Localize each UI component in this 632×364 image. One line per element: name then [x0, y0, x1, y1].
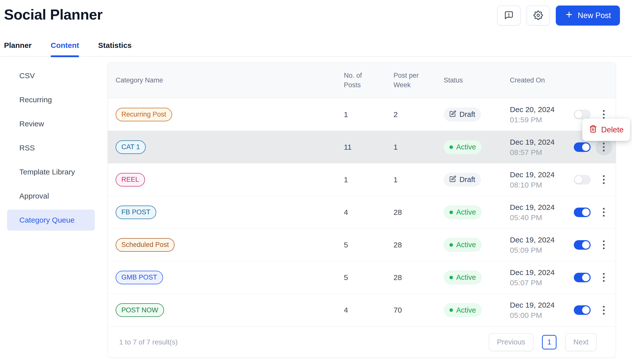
tab-content[interactable]: Content: [51, 41, 79, 56]
created-on-cell: Dec 19, 2024 05:40 PM: [501, 202, 565, 223]
status-badge: Active: [444, 303, 482, 317]
created-date: Dec 20, 2024: [510, 104, 565, 115]
status-badge: Active: [444, 140, 482, 154]
created-date: Dec 19, 2024: [510, 267, 565, 278]
created-date: Dec 19, 2024: [510, 300, 565, 310]
previous-page-button[interactable]: Previous: [489, 333, 534, 351]
created-time: 01:59 PM: [510, 115, 565, 125]
created-time: 05:40 PM: [510, 212, 565, 223]
posts-count: 4: [335, 306, 384, 314]
created-on-cell: Dec 19, 2024 05:07 PM: [501, 267, 565, 288]
active-dot-icon: [449, 276, 453, 279]
posts-count: 1: [335, 175, 384, 184]
posts-per-week: 1: [384, 143, 435, 151]
column-post-per-week: Post per Week: [384, 71, 435, 90]
created-date: Dec 19, 2024: [510, 235, 565, 245]
column-created-on: Created On: [501, 75, 565, 85]
feedback-button[interactable]: [497, 6, 521, 26]
settings-button[interactable]: [526, 6, 550, 26]
active-dot-icon: [449, 145, 453, 149]
active-dot-icon: [449, 243, 453, 247]
created-time: 08:57 PM: [510, 147, 565, 157]
plus-icon: [565, 10, 573, 21]
category-badge: FB POST: [116, 206, 156, 219]
edit-icon: [449, 110, 456, 119]
kebab-menu-button[interactable]: [596, 139, 612, 155]
created-on-cell: Dec 20, 2024 01:59 PM: [501, 104, 565, 125]
new-post-label: New Post: [578, 11, 611, 20]
status-toggle[interactable]: [574, 240, 591, 250]
edit-icon: [449, 175, 456, 184]
status-toggle[interactable]: [574, 110, 591, 119]
status-badge: Active: [444, 270, 482, 285]
content-area: CSV Recurring Review RSS Template Librar…: [0, 62, 632, 358]
kebab-menu-button[interactable]: [596, 171, 612, 188]
table-row: FB POST 4 28 Active Dec 19, 2024 05:40 P…: [108, 196, 616, 229]
created-time: 05:09 PM: [510, 245, 565, 255]
sidebar-item-review[interactable]: Review: [7, 113, 95, 134]
kebab-menu-button[interactable]: [596, 269, 612, 286]
kebab-menu-button[interactable]: [596, 237, 612, 253]
status-toggle[interactable]: [574, 208, 591, 217]
created-time: 08:10 PM: [510, 180, 565, 190]
status-toggle[interactable]: [574, 175, 591, 185]
posts-count: 11: [335, 143, 384, 151]
sidebar-item-approval[interactable]: Approval: [7, 186, 95, 207]
category-badge: CAT 1: [116, 140, 146, 154]
posts-per-week: 2: [384, 110, 435, 119]
category-queue-table: Category Name No. of Posts Post per Week…: [108, 62, 616, 358]
status-badge: Active: [444, 238, 482, 252]
sidebar-item-recurring[interactable]: Recurring: [7, 89, 95, 110]
posts-count: 5: [335, 273, 384, 282]
table-row: POST NOW 4 70 Active Dec 19, 2024 05:00 …: [108, 294, 616, 326]
delete-menu-item[interactable]: Delete: [582, 119, 630, 141]
category-badge: GMB POST: [116, 271, 163, 284]
results-count: 1 to 7 of 7 result(s): [119, 338, 178, 346]
table-row: REEL 1 1 Draft Dec 19,: [108, 163, 616, 196]
created-date: Dec 19, 2024: [510, 137, 565, 147]
new-post-button[interactable]: New Post: [556, 6, 620, 26]
status-toggle[interactable]: [574, 142, 591, 152]
created-on-cell: Dec 19, 2024 08:57 PM: [501, 137, 565, 157]
sidebar-item-template-library[interactable]: Template Library: [7, 161, 95, 183]
page-number-button[interactable]: 1: [542, 335, 557, 349]
trash-icon: [589, 125, 597, 135]
table-row: Recurring Post 1 2 Draft: [108, 98, 616, 131]
posts-per-week: 28: [384, 241, 435, 249]
created-time: 05:00 PM: [510, 310, 565, 320]
tab-statistics[interactable]: Statistics: [98, 41, 131, 56]
column-status: Status: [435, 75, 501, 85]
posts-per-week: 28: [384, 208, 435, 217]
header-actions: New Post: [497, 6, 620, 26]
app-header: Social Planner: [0, 0, 632, 26]
next-page-button[interactable]: Next: [565, 333, 597, 351]
social-planner-page: Social Planner: [0, 0, 632, 364]
posts-count: 4: [335, 208, 384, 217]
page-title: Social Planner: [4, 6, 103, 24]
column-no-of-posts: No. of Posts: [335, 71, 384, 90]
category-badge: REEL: [116, 173, 145, 187]
created-on-cell: Dec 19, 2024 08:10 PM: [501, 169, 565, 190]
category-badge: Scheduled Post: [116, 238, 175, 252]
posts-per-week: 1: [384, 175, 435, 184]
column-category-name: Category Name: [108, 75, 335, 85]
posts-per-week: 28: [384, 273, 435, 282]
category-badge: POST NOW: [116, 303, 164, 317]
sidebar-item-rss[interactable]: RSS: [7, 137, 95, 158]
created-on-cell: Dec 19, 2024 05:00 PM: [501, 300, 565, 320]
kebab-menu-button[interactable]: [596, 302, 612, 318]
status-toggle[interactable]: [574, 273, 591, 282]
active-dot-icon: [449, 211, 453, 214]
message-bubble-exclamation-icon: [504, 11, 514, 21]
table-row: Scheduled Post 5 28 Active Dec 19, 2024 …: [108, 229, 616, 261]
status-toggle[interactable]: [574, 305, 591, 315]
sidebar-item-csv[interactable]: CSV: [7, 65, 95, 86]
sidebar-item-category-queue[interactable]: Category Queue: [7, 210, 95, 231]
posts-count: 1: [335, 110, 384, 119]
pagination: Previous 1 Next: [489, 333, 597, 351]
kebab-menu-button[interactable]: [596, 204, 612, 221]
row-context-menu: Delete: [582, 119, 630, 141]
tab-planner[interactable]: Planner: [4, 41, 32, 56]
status-badge: Draft: [444, 108, 481, 122]
created-date: Dec 19, 2024: [510, 169, 565, 180]
